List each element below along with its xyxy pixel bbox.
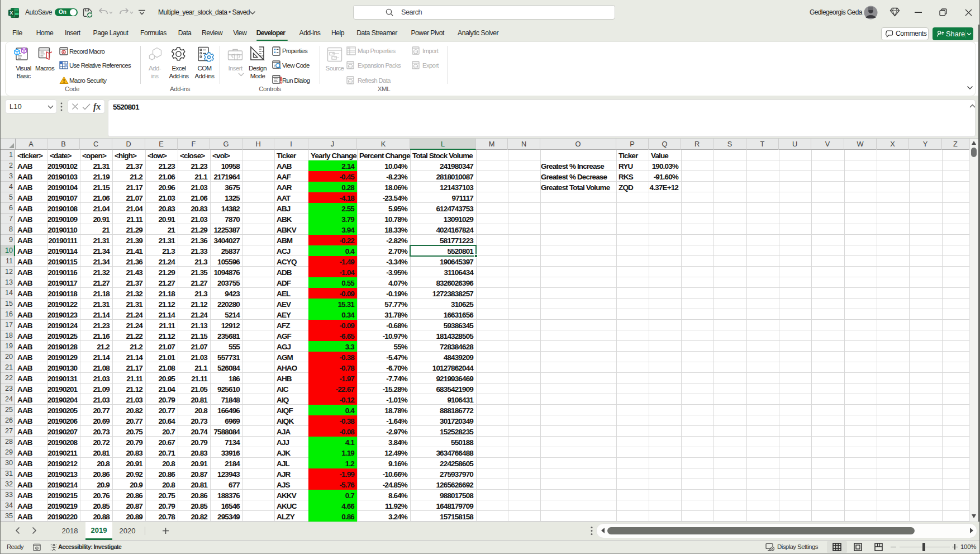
svg-text:<>: <> xyxy=(349,80,352,83)
svg-text:<>: <> xyxy=(349,65,352,68)
svg-text:<>: <> xyxy=(414,65,417,68)
svg-text:X: X xyxy=(9,10,13,16)
svg-text:<>: <> xyxy=(414,50,417,54)
